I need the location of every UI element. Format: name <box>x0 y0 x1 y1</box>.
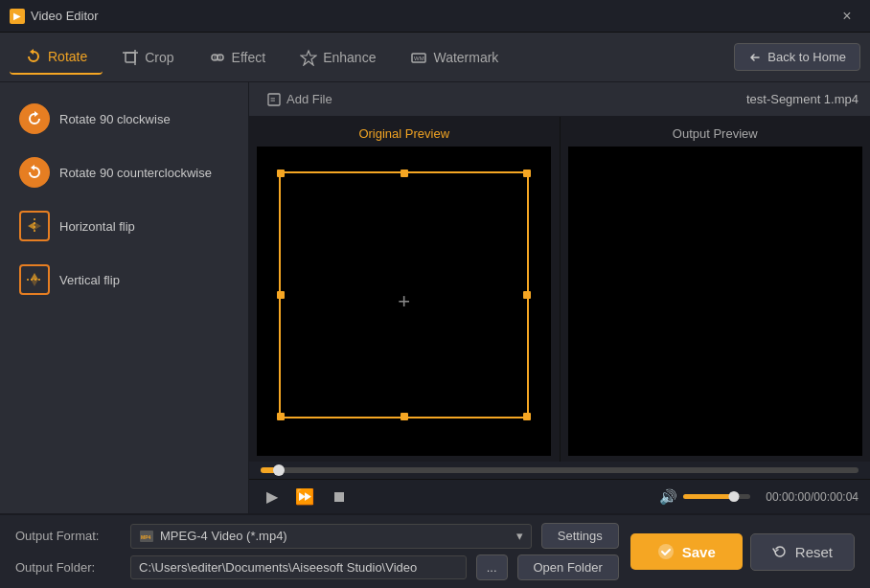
volume-bar[interactable] <box>683 494 750 499</box>
crop-handle-bc[interactable] <box>401 413 408 420</box>
hflip-icon <box>19 211 50 241</box>
play-icon: ▶ <box>266 487 278 506</box>
output-folder-label: Output Folder: <box>15 560 121 575</box>
sidebar-rotate-ccw-label: Rotate 90 counterclockwise <box>59 166 212 180</box>
app-icon: ▶ <box>10 9 25 24</box>
stop-button[interactable]: ⏹ <box>326 486 353 508</box>
right-content: ≡ Add File test-Segment 1.mp4 Original P… <box>249 82 870 513</box>
file-bar: ≡ Add File test-Segment 1.mp4 <box>249 82 870 117</box>
bottom-area: Output Format: MP4 MPEG-4 Video (*.mp4) … <box>15 523 855 580</box>
save-button[interactable]: Save <box>630 533 743 570</box>
sidebar-item-rotate-cw[interactable]: Rotate 90 clockwise <box>0 92 248 146</box>
add-file-label: Add File <box>286 92 332 106</box>
sidebar-item-hflip[interactable]: Horizontal flip <box>0 199 248 253</box>
main-content: Rotate 90 clockwise Rotate 90 counterclo… <box>0 82 870 513</box>
next-frame-button[interactable]: ⏩ <box>289 486 320 508</box>
volume-icon: 🔊 <box>659 488 677 506</box>
settings-button[interactable]: Settings <box>541 523 619 549</box>
sidebar-hflip-label: Horizontal flip <box>59 219 135 234</box>
folder-path-value: C:\Users\editer\Documents\Aiseesoft Stud… <box>139 560 417 575</box>
title-bar-left: ▶ Video Editor <box>10 9 99 24</box>
crop-icon <box>122 49 139 66</box>
tab-bar: Rotate Crop Effect Enhance <box>0 33 870 82</box>
folder-path: C:\Users\editer\Documents\Aiseesoft Stud… <box>130 555 467 579</box>
close-button[interactable]: × <box>834 7 860 26</box>
tab-rotate-label: Rotate <box>48 49 87 64</box>
tab-crop-label: Crop <box>145 50 173 65</box>
output-format-label: Output Format: <box>15 529 121 543</box>
output-folder-row: Output Folder: C:\Users\editer\Documents… <box>15 554 619 580</box>
sidebar-item-rotate-ccw[interactable]: Rotate 90 counterclockwise <box>0 146 248 199</box>
svg-rect-0 <box>126 53 135 62</box>
tab-enhance-label: Enhance <box>323 50 376 65</box>
effect-icon <box>209 49 226 66</box>
back-icon <box>748 51 762 64</box>
reset-button-label: Reset <box>795 544 833 560</box>
crop-handle-tl[interactable] <box>277 170 285 177</box>
format-select[interactable]: MP4 MPEG-4 Video (*.mp4) ▾ <box>130 524 532 549</box>
reset-icon <box>772 544 788 559</box>
sidebar: Rotate 90 clockwise Rotate 90 counterclo… <box>0 82 249 513</box>
output-format-row: Output Format: MP4 MPEG-4 Video (*.mp4) … <box>15 523 619 549</box>
folder-dots-button[interactable]: ... <box>476 554 508 580</box>
rotate-ccw-icon <box>19 157 50 188</box>
svg-text:MP4: MP4 <box>141 534 151 540</box>
original-preview-label: Original Preview <box>358 126 449 141</box>
sidebar-vflip-label: Vertical flip <box>59 273 120 287</box>
output-video <box>568 147 862 456</box>
tab-effect[interactable]: Effect <box>194 41 282 74</box>
tab-crop[interactable]: Crop <box>106 41 189 74</box>
mp4-icon: MP4 <box>139 529 154 544</box>
sidebar-item-vflip[interactable]: Vertical flip <box>0 253 248 306</box>
add-file-button[interactable]: ≡ Add File <box>261 90 338 109</box>
svg-text:≡: ≡ <box>270 95 275 104</box>
bottom-bar: Output Format: MP4 MPEG-4 Video (*.mp4) … <box>0 513 870 588</box>
next-frame-icon: ⏩ <box>295 487 314 506</box>
seek-bar[interactable] <box>261 467 859 473</box>
output-preview-label: Output Preview <box>673 126 758 141</box>
save-button-label: Save <box>682 544 716 560</box>
original-video: + <box>257 147 551 456</box>
volume-thumb[interactable] <box>728 491 739 502</box>
original-preview-pane: Original Preview + <box>249 117 561 462</box>
output-preview-pane: Output Preview <box>561 117 871 462</box>
open-folder-button[interactable]: Open Folder <box>517 554 619 580</box>
seek-bar-container <box>249 462 870 479</box>
crop-handle-bl[interactable] <box>277 413 285 420</box>
crop-handle-br[interactable] <box>523 413 531 420</box>
volume-fill <box>683 494 734 499</box>
tab-rotate[interactable]: Rotate <box>10 40 103 75</box>
tab-watermark-label: Watermark <box>433 50 498 65</box>
file-name: test-Segment 1.mp4 <box>746 92 859 106</box>
back-to-home-button[interactable]: Back to Home <box>734 43 860 71</box>
format-select-inner: MP4 MPEG-4 Video (*.mp4) <box>139 529 287 544</box>
crop-handle-ml[interactable] <box>277 291 285 299</box>
tab-effect-label: Effect <box>232 50 266 65</box>
crop-handle-mr[interactable] <box>523 291 531 299</box>
vflip-icon <box>19 264 50 295</box>
preview-area: Original Preview + <box>249 117 870 462</box>
svg-marker-6 <box>301 51 316 65</box>
tab-watermark[interactable]: WM Watermark <box>395 41 514 74</box>
svg-text:WM: WM <box>414 56 424 61</box>
play-button[interactable]: ▶ <box>261 486 284 508</box>
rotate-icon <box>25 48 42 65</box>
crop-handle-tr[interactable] <box>523 170 531 177</box>
crop-handle-tc[interactable] <box>401 170 408 177</box>
crosshair-icon: + <box>398 289 410 314</box>
rotate-cw-icon <box>19 103 50 134</box>
format-value: MPEG-4 Video (*.mp4) <box>160 529 287 543</box>
controls-bar: ▶ ⏩ ⏹ 🔊 00:00:00/00:00:04 <box>249 479 870 513</box>
add-file-icon: ≡ <box>266 92 282 107</box>
seek-thumb[interactable] <box>273 464 285 476</box>
stop-icon: ⏹ <box>332 488 347 506</box>
enhance-icon <box>300 49 317 66</box>
title-bar: ▶ Video Editor × <box>0 0 870 33</box>
reset-button[interactable]: Reset <box>750 533 855 571</box>
sidebar-rotate-cw-label: Rotate 90 clockwise <box>59 112 171 126</box>
volume-section: 🔊 00:00:00/00:00:04 <box>659 488 859 506</box>
save-check-icon <box>657 543 675 560</box>
title-bar-title: Video Editor <box>31 9 99 23</box>
bottom-left: Output Format: MP4 MPEG-4 Video (*.mp4) … <box>15 523 619 580</box>
tab-enhance[interactable]: Enhance <box>285 41 391 74</box>
